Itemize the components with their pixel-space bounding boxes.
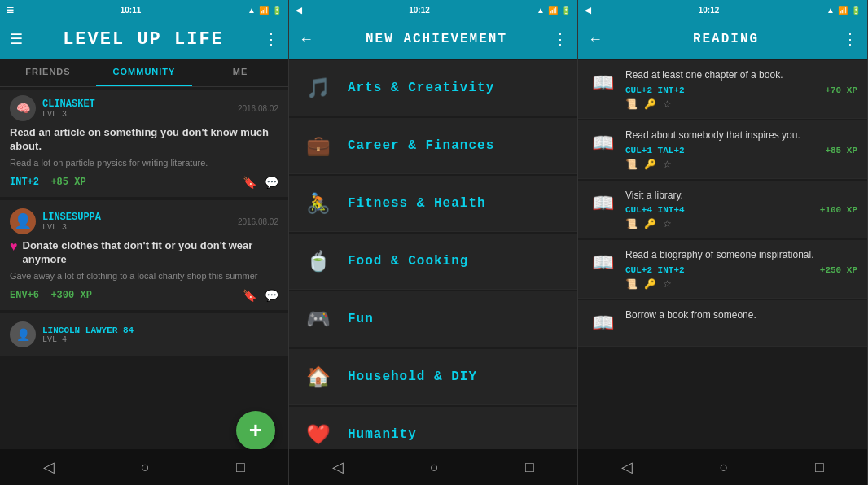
task-title-2: Read about somebody that inspires you. bbox=[625, 129, 857, 142]
username-clinasket: Clinasket bbox=[42, 98, 238, 110]
key-icon-1[interactable]: 🔑 bbox=[644, 98, 656, 110]
fitness-label: Fitness & Health bbox=[348, 196, 486, 211]
username-lincoln: Lincoln Lawyer 84 bbox=[42, 326, 278, 335]
heart-icon: ♥ bbox=[10, 239, 18, 254]
scroll-icon-3[interactable]: 📜 bbox=[625, 218, 638, 229]
comment-icon-2[interactable]: 💬 bbox=[265, 289, 278, 302]
menu-icon[interactable]: ☰ bbox=[10, 30, 23, 48]
back-button-3[interactable]: ← bbox=[588, 31, 603, 48]
bookmark-icon-2[interactable]: 🔖 bbox=[243, 289, 256, 302]
more-icon-3[interactable]: ⋮ bbox=[843, 30, 857, 48]
category-list[interactable]: 🎵 Arts & Creativity 💼 Career & Finances … bbox=[289, 59, 577, 449]
category-arts[interactable]: 🎵 Arts & Creativity bbox=[289, 60, 577, 116]
fab-button[interactable]: + bbox=[236, 411, 275, 449]
task-xp-3: +100 XP bbox=[820, 205, 857, 215]
star-icon-1[interactable]: ☆ bbox=[663, 98, 672, 110]
bottom-nav-1: ◁ ○ □ bbox=[0, 449, 288, 485]
status-right-2: ▲ 📶 🔋 bbox=[537, 6, 571, 15]
back-btn-3[interactable]: ◁ bbox=[605, 452, 649, 483]
status-time-3: 10:12 bbox=[699, 6, 720, 15]
feed-header-1: 🧠 Clinasket LVL 3 2016.08.02 bbox=[10, 95, 278, 121]
task-icon-4: 📖 bbox=[588, 248, 617, 277]
recents-btn-3[interactable]: □ bbox=[799, 452, 840, 483]
home-btn-3[interactable]: ○ bbox=[704, 452, 745, 483]
battery-icon: 🔋 bbox=[272, 6, 282, 15]
feed-header-3: 👤 Lincoln Lawyer 84 LVL 4 bbox=[10, 321, 278, 347]
signal-icon-2: 📶 bbox=[548, 6, 558, 15]
task-icon-5: 📖 bbox=[588, 308, 617, 338]
task-stats-1: CUL+2 INT+2 +70 XP bbox=[625, 85, 857, 95]
feed-footer-1: INT+2 +85 XP 🔖 💬 bbox=[10, 176, 278, 189]
task-4[interactable]: 📖 Read a biography of someone inspiratio… bbox=[578, 240, 867, 299]
task-3[interactable]: 📖 Visit a library. CUL+4 INT+4 +100 XP 📜… bbox=[578, 181, 867, 239]
back-button-2[interactable]: ← bbox=[299, 31, 313, 48]
home-btn-2[interactable]: ○ bbox=[414, 452, 455, 483]
more-icon-1[interactable]: ⋮ bbox=[264, 30, 278, 48]
back-btn-2[interactable]: ◁ bbox=[316, 452, 360, 483]
category-household[interactable]: 🏠 Household & DIY bbox=[289, 349, 577, 405]
key-icon-3[interactable]: 🔑 bbox=[644, 218, 656, 229]
household-label: Household & DIY bbox=[348, 369, 477, 384]
hamburger-icon[interactable]: ☰ bbox=[7, 6, 14, 15]
recents-btn-1[interactable]: □ bbox=[220, 452, 261, 483]
feed-scroll[interactable]: 🧠 Clinasket LVL 3 2016.08.02 Read an art… bbox=[0, 87, 288, 449]
category-fitness[interactable]: 🚴 Fitness & Health bbox=[289, 176, 577, 232]
category-food[interactable]: 🍵 Food & Cooking bbox=[289, 234, 577, 290]
tab-community[interactable]: COMMUNITY bbox=[96, 59, 192, 86]
task-2[interactable]: 📖 Read about somebody that inspires you.… bbox=[578, 120, 867, 179]
key-icon-2[interactable]: 🔑 bbox=[644, 159, 656, 170]
star-icon-3[interactable]: ☆ bbox=[663, 218, 672, 229]
task-stat-2: CUL+1 TAL+2 bbox=[625, 146, 685, 155]
comment-icon-1[interactable]: 💬 bbox=[265, 176, 278, 189]
back-btn-1[interactable]: ◁ bbox=[27, 452, 71, 483]
home-btn-1[interactable]: ○ bbox=[125, 452, 166, 483]
tab-bar: FRIENDS COMMUNITY ME bbox=[0, 59, 288, 87]
bookmark-icon-1[interactable]: 🔖 bbox=[243, 176, 256, 189]
phone-3: ◀ 10:12 ▲ 📶 🔋 ← READING ⋮ 📖 Read at leas… bbox=[578, 0, 868, 485]
fab-plus-icon: + bbox=[249, 417, 262, 443]
status-right-1: ▲ 📶 🔋 bbox=[248, 6, 282, 15]
task-icon-2: 📖 bbox=[588, 129, 617, 158]
feed-actions-2: 🔖 💬 bbox=[243, 289, 278, 302]
task-list[interactable]: 📖 Read at least one chapter of a book. C… bbox=[578, 59, 867, 449]
task-xp-4: +250 XP bbox=[820, 265, 857, 275]
feed-item-clinasket: 🧠 Clinasket LVL 3 2016.08.02 Read an art… bbox=[0, 90, 288, 197]
task-actions-1: 📜 🔑 ☆ bbox=[625, 98, 857, 110]
star-icon-4[interactable]: ☆ bbox=[663, 278, 672, 290]
category-humanity[interactable]: ❤️ Humanity bbox=[289, 407, 577, 449]
wifi-icon: ▲ bbox=[248, 6, 256, 15]
category-fun[interactable]: 🎮 Fun bbox=[289, 291, 577, 347]
key-icon-4[interactable]: 🔑 bbox=[644, 278, 656, 290]
screen-title-3: READING bbox=[609, 32, 843, 46]
signal-icon: 📶 bbox=[259, 6, 269, 15]
scroll-icon-4[interactable]: 📜 bbox=[625, 278, 638, 290]
phone-1: ☰ 10:11 ▲ 📶 🔋 ☰ LEVEL UP LIFE ⋮ FRIENDS … bbox=[0, 0, 289, 485]
tab-me[interactable]: ME bbox=[192, 59, 288, 86]
humanity-label: Humanity bbox=[348, 427, 417, 442]
back-arrow-status: ◀ bbox=[296, 6, 302, 15]
task-stats-4: CUL+2 INT+2 +250 XP bbox=[625, 265, 857, 275]
fun-icon: 🎮 bbox=[302, 303, 335, 335]
task-title-5: Borrow a book from someone. bbox=[625, 308, 857, 322]
user-info-lincoln: Lincoln Lawyer 84 LVL 4 bbox=[42, 326, 278, 344]
arts-icon: 🎵 bbox=[302, 72, 335, 104]
status-bar-1: ☰ 10:11 ▲ 📶 🔋 bbox=[0, 0, 288, 20]
task-1[interactable]: 📖 Read at least one chapter of a book. C… bbox=[578, 60, 867, 119]
more-icon-2[interactable]: ⋮ bbox=[553, 30, 568, 48]
level-linsesuppa: LVL 3 bbox=[42, 223, 238, 232]
app-title: LEVEL UP LIFE bbox=[23, 29, 264, 50]
level-lincoln: LVL 4 bbox=[42, 335, 278, 344]
feed-actions-1: 🔖 💬 bbox=[243, 176, 278, 189]
task-actions-2: 📜 🔑 ☆ bbox=[625, 159, 857, 170]
category-career[interactable]: 💼 Career & Finances bbox=[289, 118, 577, 174]
tab-friends[interactable]: FRIENDS bbox=[0, 59, 96, 86]
app-bar-2: ← NEW ACHIEVEMENT ⋮ bbox=[289, 20, 577, 59]
task-stats-2: CUL+1 TAL+2 +85 XP bbox=[625, 146, 857, 155]
recents-btn-2[interactable]: □ bbox=[509, 452, 550, 483]
career-label: Career & Finances bbox=[348, 138, 494, 153]
scroll-icon-1[interactable]: 📜 bbox=[625, 98, 638, 110]
bottom-nav-2: ◁ ○ □ bbox=[289, 449, 577, 485]
scroll-icon-2[interactable]: 📜 bbox=[625, 159, 638, 170]
star-icon-2[interactable]: ☆ bbox=[663, 159, 672, 170]
task-5[interactable]: 📖 Borrow a book from someone. bbox=[578, 300, 867, 347]
